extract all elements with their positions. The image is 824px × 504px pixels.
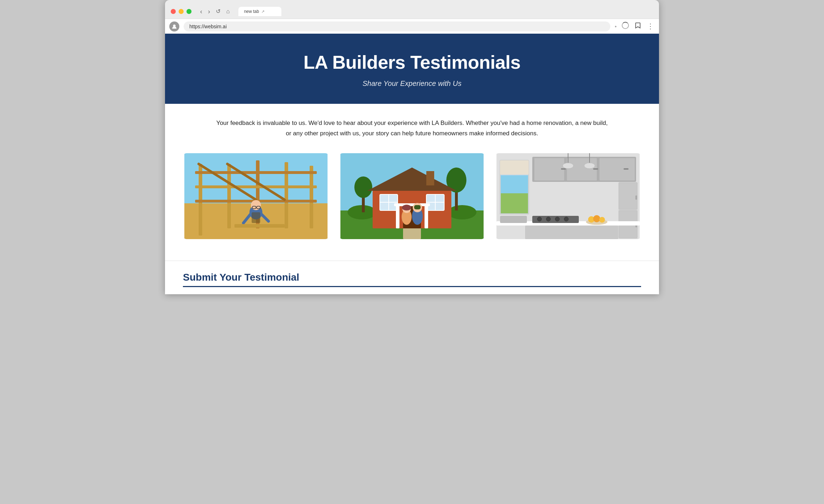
close-button[interactable] xyxy=(171,9,176,14)
svg-point-73 xyxy=(537,217,542,221)
kitchen-image xyxy=(495,153,641,239)
svg-rect-68 xyxy=(635,195,637,200)
svg-rect-31 xyxy=(426,171,434,185)
active-tab[interactable]: new tab ↗ xyxy=(238,7,281,16)
svg-point-81 xyxy=(599,217,605,223)
user-avatar[interactable] xyxy=(169,21,179,32)
house-image xyxy=(339,153,485,239)
svg-rect-64 xyxy=(624,168,629,170)
svg-point-45 xyxy=(402,205,411,210)
svg-rect-59 xyxy=(534,158,564,181)
svg-rect-62 xyxy=(561,168,566,170)
svg-point-28 xyxy=(354,176,372,198)
svg-point-80 xyxy=(593,215,600,222)
bookmark-icon[interactable] xyxy=(634,21,642,31)
svg-rect-66 xyxy=(619,183,637,209)
svg-point-76 xyxy=(564,217,568,221)
tab-new-indicator: ↗ xyxy=(261,9,265,14)
svg-rect-20 xyxy=(252,212,260,223)
activity-indicator: ● xyxy=(615,24,617,28)
tab-label: new tab xyxy=(244,9,259,14)
svg-point-85 xyxy=(584,163,595,169)
intro-text: Your feedback is invaluable to us. We'd … xyxy=(215,118,609,139)
svg-rect-63 xyxy=(593,168,598,170)
svg-rect-57 xyxy=(501,175,528,193)
svg-rect-9 xyxy=(195,185,317,188)
title-bar: ‹ › ↺ ⌂ new tab ↗ xyxy=(165,0,659,19)
back-button[interactable]: ‹ xyxy=(199,8,204,15)
main-body: Your feedback is invaluable to us. We'd … xyxy=(165,104,659,261)
hero-subtitle: Share Your Experience with Us xyxy=(172,79,652,88)
svg-rect-61 xyxy=(599,158,635,181)
page-title: LA Builders Testimonials xyxy=(172,52,652,73)
svg-rect-60 xyxy=(567,158,597,181)
svg-rect-49 xyxy=(403,228,421,239)
image-grid xyxy=(183,153,641,239)
browser-window: ‹ › ↺ ⌂ new tab ↗ https://websim.ai ● xyxy=(165,0,659,294)
address-bar-row: https://websim.ai ● ⋮ xyxy=(165,19,659,34)
svg-rect-42 xyxy=(394,203,430,206)
submit-title: Submit Your Testimonial xyxy=(183,272,641,283)
browser-actions: ● ⋮ xyxy=(615,21,655,32)
svg-point-24 xyxy=(448,205,476,219)
svg-rect-40 xyxy=(396,203,399,228)
maximize-button[interactable] xyxy=(186,9,192,14)
traffic-lights xyxy=(171,9,192,14)
nav-buttons: ‹ › ↺ ⌂ xyxy=(199,8,231,15)
url-text: https://websim.ai xyxy=(189,24,605,29)
submit-section: Submit Your Testimonial xyxy=(165,261,659,294)
minimize-button[interactable] xyxy=(179,9,184,14)
page-content: LA Builders Testimonials Share Your Expe… xyxy=(165,34,659,294)
svg-point-83 xyxy=(563,163,573,169)
construction-image xyxy=(183,153,329,239)
url-bar[interactable]: https://websim.ai xyxy=(184,21,610,32)
svg-rect-48 xyxy=(414,205,421,209)
menu-button[interactable]: ⋮ xyxy=(646,22,655,31)
reload-button[interactable]: ↺ xyxy=(214,8,222,15)
svg-rect-41 xyxy=(425,203,428,228)
forward-button[interactable]: › xyxy=(207,8,212,15)
submit-underline xyxy=(183,286,641,287)
home-button[interactable]: ⌂ xyxy=(225,8,231,15)
svg-rect-19 xyxy=(234,224,285,228)
svg-rect-71 xyxy=(525,226,618,239)
svg-rect-7 xyxy=(310,166,313,228)
svg-rect-55 xyxy=(500,160,529,175)
spinner-icon[interactable] xyxy=(621,21,630,32)
svg-rect-77 xyxy=(500,216,527,223)
hero-section: LA Builders Testimonials Share Your Expe… xyxy=(165,34,659,104)
svg-point-74 xyxy=(546,217,551,221)
svg-point-75 xyxy=(555,217,559,221)
